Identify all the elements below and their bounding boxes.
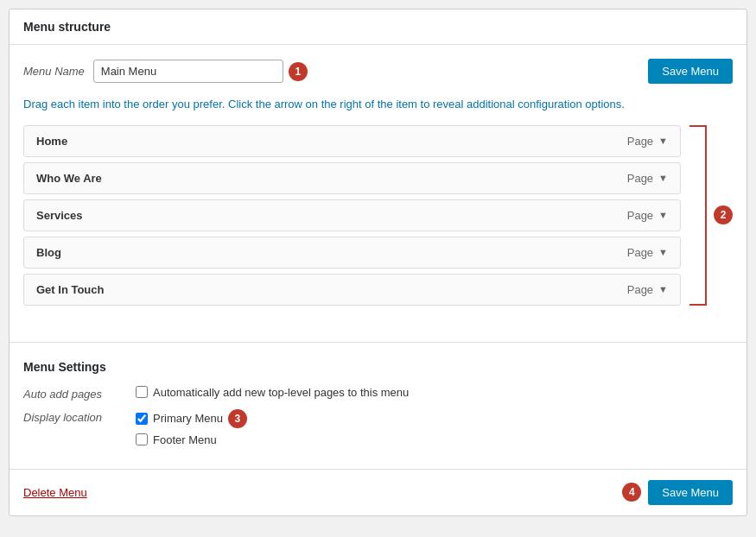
display-location-content: Primary Menu 3 Footer Menu — [136, 409, 247, 446]
chevron-down-icon[interactable]: ▼ — [658, 247, 668, 257]
auto-add-checkbox-label[interactable]: Automatically add new top-level pages to… — [153, 386, 409, 399]
footer-menu-checkbox[interactable] — [136, 433, 148, 445]
primary-menu-checkbox-row: Primary Menu 3 — [136, 409, 247, 428]
menu-item-row[interactable]: Services Page ▼ — [23, 199, 681, 231]
primary-menu-label[interactable]: Primary Menu — [153, 412, 223, 425]
menu-item-right: Page ▼ — [627, 172, 668, 185]
auto-add-content: Automatically add new top-level pages to… — [136, 386, 409, 399]
panel-header: Menu structure — [10, 9, 746, 45]
menu-item-label: Services — [36, 209, 83, 222]
settings-title: Menu Settings — [23, 360, 733, 374]
chevron-down-icon[interactable]: ▼ — [658, 210, 668, 220]
footer-menu-checkbox-row: Footer Menu — [136, 433, 247, 446]
menu-name-label: Menu Name — [23, 65, 85, 78]
menu-name-row: Menu Name 1 Save Menu — [23, 59, 733, 84]
menu-item-type: Page — [627, 209, 653, 222]
chevron-down-icon[interactable]: ▼ — [658, 173, 668, 183]
menu-item-row[interactable]: Get In Touch Page ▼ — [23, 274, 681, 306]
badge-4: 4 — [622, 483, 641, 502]
badge-2-wrapper: 2 — [714, 205, 733, 224]
menu-items-container: Home Page ▼ Who We Are Page ▼ Services P… — [23, 125, 733, 306]
badge-1: 1 — [289, 62, 308, 81]
menu-structure-panel: Menu structure Menu Name 1 Save Menu Dra… — [9, 9, 747, 516]
menu-settings-section: Menu Settings Auto add pages Automatical… — [23, 360, 733, 446]
badge-3: 3 — [228, 409, 247, 428]
auto-add-label: Auto add pages — [23, 386, 118, 401]
menu-item-type: Page — [627, 283, 653, 296]
menu-item-label: Who We Are — [36, 172, 102, 185]
badge-2: 2 — [714, 205, 733, 224]
menu-name-input[interactable] — [93, 60, 283, 83]
delete-menu-button[interactable]: Delete Menu — [23, 486, 87, 499]
footer-right: 4 Save Menu — [622, 480, 733, 505]
primary-menu-checkbox[interactable] — [136, 413, 148, 425]
chevron-down-icon[interactable]: ▼ — [658, 284, 668, 294]
menu-item-right: Page ▼ — [627, 209, 668, 222]
menu-name-left: Menu Name 1 — [23, 60, 308, 83]
menu-bracket — [689, 125, 707, 306]
divider — [10, 342, 746, 343]
menu-item-type: Page — [627, 135, 653, 148]
menu-item-right: Page ▼ — [627, 283, 668, 296]
menu-item-label: Blog — [36, 246, 61, 259]
menu-item-row[interactable]: Blog Page ▼ — [23, 237, 681, 268]
menu-item-label: Home — [36, 135, 67, 148]
menu-item-right: Page ▼ — [627, 246, 668, 259]
footer-menu-label[interactable]: Footer Menu — [153, 433, 217, 446]
menu-item-row[interactable]: Who We Are Page ▼ — [23, 162, 681, 194]
display-location-label: Display location — [23, 409, 118, 424]
auto-add-row: Auto add pages Automatically add new top… — [23, 386, 733, 401]
panel-body: Menu Name 1 Save Menu Drag each item int… — [10, 45, 746, 325]
menu-item-label: Get In Touch — [36, 283, 104, 296]
menu-settings: Menu Settings Auto add pages Automatical… — [10, 360, 746, 469]
menu-item-type: Page — [627, 246, 653, 259]
panel-title: Menu structure — [23, 20, 733, 34]
menu-item-right: Page ▼ — [627, 135, 668, 148]
chevron-down-icon[interactable]: ▼ — [658, 136, 668, 146]
menu-items-list: Home Page ▼ Who We Are Page ▼ Services P… — [23, 125, 681, 306]
auto-add-checkbox[interactable] — [136, 386, 148, 398]
save-menu-button-top[interactable]: Save Menu — [648, 59, 733, 84]
display-location-row: Display location Primary Menu 3 Footer M… — [23, 409, 733, 446]
menu-name-input-wrap: 1 — [93, 60, 308, 83]
menu-item-row[interactable]: Home Page ▼ — [23, 125, 681, 157]
auto-add-checkbox-row: Automatically add new top-level pages to… — [136, 386, 409, 399]
panel-footer: Delete Menu 4 Save Menu — [10, 469, 746, 515]
save-menu-button-bottom[interactable]: Save Menu — [648, 480, 733, 505]
menu-item-type: Page — [627, 172, 653, 185]
instruction-text: Drag each item into the order you prefer… — [23, 96, 733, 113]
